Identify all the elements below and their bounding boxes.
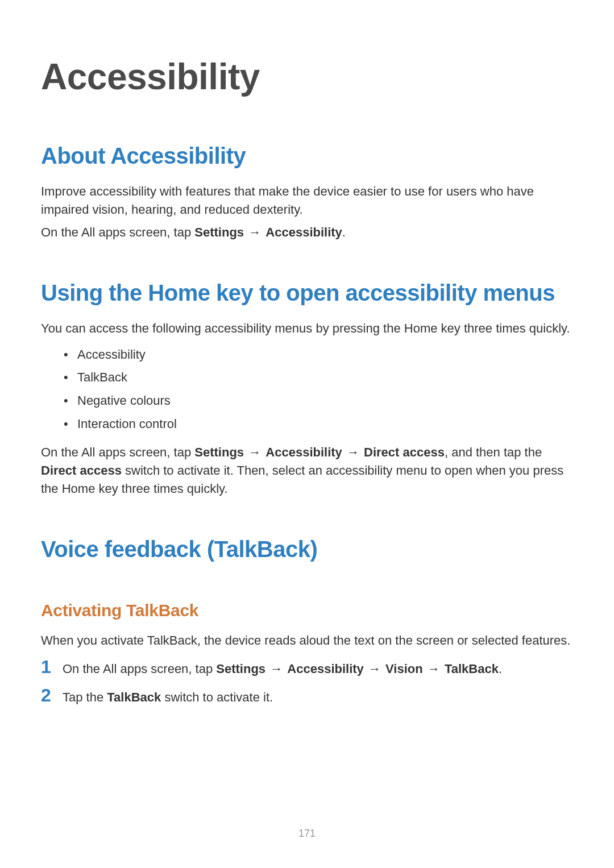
- step-text: On the All apps screen, tap Settings → A…: [63, 660, 573, 678]
- bold-talkback: TalkBack: [445, 662, 499, 676]
- arrow-icon: →: [424, 662, 443, 676]
- text-fragment: On the All apps screen, tap: [41, 445, 194, 459]
- arrow-icon: →: [245, 225, 264, 239]
- bold-accessibility: Accessibility: [265, 445, 342, 459]
- bold-accessibility: Accessibility: [287, 662, 364, 676]
- arrow-icon: →: [267, 662, 286, 676]
- text-fragment: On the All apps screen, tap: [41, 225, 194, 239]
- arrow-icon: →: [245, 445, 264, 459]
- step-row: 1 On the All apps screen, tap Settings →…: [41, 658, 573, 678]
- bold-settings: Settings: [216, 662, 265, 676]
- bold-accessibility: Accessibility: [265, 225, 342, 239]
- bold-talkback: TalkBack: [107, 690, 161, 704]
- list-item: Accessibility: [64, 343, 573, 367]
- activating-paragraph: When you activate TalkBack, the device r…: [41, 632, 573, 650]
- step-number: 1: [41, 658, 63, 676]
- home-key-after: On the All apps screen, tap Settings → A…: [41, 443, 573, 498]
- bold-settings: Settings: [194, 445, 244, 459]
- text-fragment: .: [342, 225, 346, 239]
- home-key-intro: You can access the following accessibili…: [41, 319, 573, 338]
- section-heading-talkback: Voice feedback (TalkBack): [41, 537, 573, 562]
- arrow-icon: →: [343, 445, 363, 459]
- bold-vision: Vision: [385, 662, 423, 676]
- bold-direct-access: Direct access: [41, 463, 122, 477]
- list-item: TalkBack: [64, 366, 573, 389]
- text-fragment: On the All apps screen, tap: [63, 662, 216, 676]
- about-paragraph-1: Improve accessibility with features that…: [41, 182, 573, 219]
- subsection-heading-activating: Activating TalkBack: [41, 601, 573, 620]
- section-heading-about: About Accessibility: [41, 143, 573, 169]
- step-text: Tap the TalkBack switch to activate it.: [63, 688, 573, 707]
- list-item: Negative colours: [64, 389, 573, 413]
- section-heading-home-key: Using the Home key to open accessibility…: [41, 280, 573, 306]
- step-row: 2 Tap the TalkBack switch to activate it…: [41, 686, 573, 707]
- about-paragraph-2: On the All apps screen, tap Settings → A…: [41, 223, 573, 242]
- bold-settings: Settings: [194, 225, 244, 239]
- arrow-icon: →: [365, 662, 384, 676]
- manual-page: Accessibility About Accessibility Improv…: [0, 0, 614, 868]
- text-fragment: .: [499, 662, 502, 676]
- list-item: Interaction control: [64, 413, 573, 436]
- page-number: 171: [0, 828, 614, 840]
- bold-direct-access: Direct access: [364, 445, 445, 459]
- text-fragment: , and then tap the: [445, 445, 542, 459]
- text-fragment: switch to activate it.: [161, 690, 273, 704]
- text-fragment: Tap the: [63, 690, 107, 704]
- step-number: 2: [41, 686, 63, 704]
- accessibility-menu-list: Accessibility TalkBack Negative colours …: [41, 343, 573, 436]
- page-title: Accessibility: [41, 56, 573, 98]
